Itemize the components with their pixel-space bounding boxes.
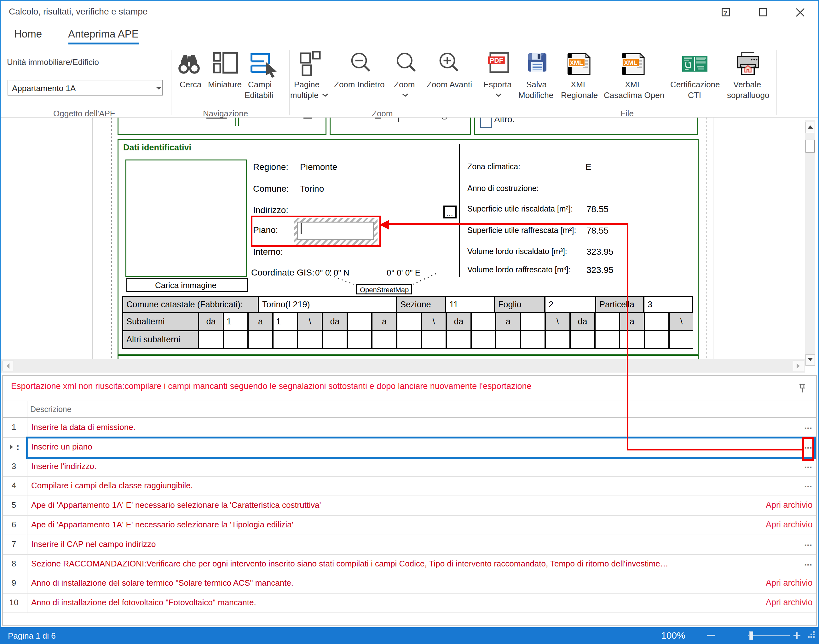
svg-text:XML: XML bbox=[570, 59, 583, 66]
svg-text:XML: XML bbox=[624, 59, 637, 66]
svg-text:PDF: PDF bbox=[490, 57, 503, 64]
